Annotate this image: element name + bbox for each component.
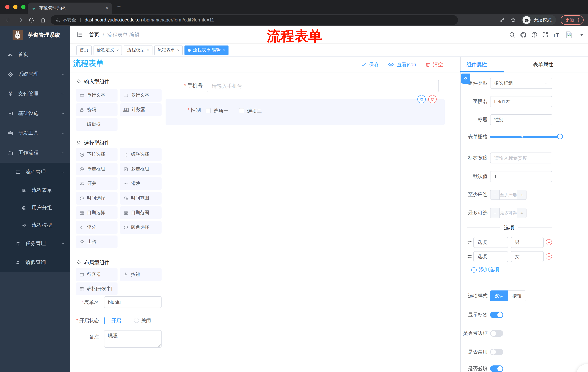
option-value-input[interactable]: [511, 237, 544, 248]
palette-item-row-container[interactable]: 行容器: [76, 268, 117, 281]
view-json-button[interactable]: 查看json: [388, 61, 416, 68]
update-button[interactable]: 更新: [561, 15, 584, 25]
palette-item-password[interactable]: 密码: [76, 103, 117, 116]
avatar[interactable]: [563, 29, 575, 41]
tag-process-form[interactable]: 流程表单×: [154, 45, 183, 55]
resize-handle-icon[interactable]: [158, 344, 161, 347]
form-grid-slider[interactable]: [490, 136, 560, 138]
forward-icon[interactable]: [17, 17, 23, 23]
password-key-icon[interactable]: [499, 17, 505, 23]
github-icon[interactable]: [520, 31, 527, 38]
status-off-radio[interactable]: [134, 318, 139, 323]
tab-component-props[interactable]: 组件属性: [462, 57, 491, 73]
window-zoom-button[interactable]: [21, 5, 25, 9]
palette-item-checkbox-group[interactable]: 多选框组: [120, 163, 162, 175]
sidebar-item-process-form[interactable]: 流程表单: [0, 182, 70, 199]
palette-item-color-picker[interactable]: 颜色选择: [120, 221, 162, 234]
tag-close-icon[interactable]: ×: [177, 48, 179, 52]
label-width-input[interactable]: [490, 152, 552, 163]
form-name-input[interactable]: [104, 296, 162, 308]
browser-tab[interactable]: 芋道管理系统 ×: [28, 2, 112, 14]
help-icon[interactable]: [531, 31, 538, 38]
phone-input[interactable]: [207, 80, 439, 92]
form-remark-textarea[interactable]: 嘿嘿: [104, 330, 162, 348]
tab-close-icon[interactable]: ×: [106, 5, 108, 11]
tag-close-icon[interactable]: ×: [147, 48, 149, 52]
sidebar-item-process-model[interactable]: 流程模型: [0, 217, 70, 234]
save-button[interactable]: 保存: [361, 61, 379, 68]
clear-button[interactable]: 清空: [425, 61, 443, 68]
field-name-input[interactable]: [490, 96, 552, 107]
palette-item-time-range[interactable]: 时间范围: [120, 192, 162, 205]
disabled-switch[interactable]: [490, 349, 503, 355]
palette-item-select[interactable]: 下拉选择: [76, 148, 117, 161]
palette-item-radio-group[interactable]: 单选框组: [76, 163, 117, 175]
gender-option1-label[interactable]: 选项一: [214, 108, 228, 114]
new-tab-button[interactable]: +: [117, 3, 121, 11]
minus-button[interactable]: −: [491, 190, 499, 200]
palette-item-rate[interactable]: 评分: [76, 221, 117, 234]
sidebar-item-task-mgmt[interactable]: 任务管理: [0, 234, 70, 253]
remove-option-icon[interactable]: −: [546, 253, 552, 260]
style-default-button[interactable]: 默认: [490, 290, 508, 301]
option-label-input[interactable]: [473, 237, 508, 248]
tag-close-icon[interactable]: ×: [116, 48, 119, 52]
palette-item-slider[interactable]: 滑块: [120, 177, 162, 190]
font-size-icon[interactable]: ᴛT: [553, 32, 559, 38]
palette-item-date-range[interactable]: 日期范围: [120, 206, 162, 219]
default-value-input[interactable]: [490, 171, 552, 182]
hamburger-icon[interactable]: [76, 31, 83, 38]
border-switch[interactable]: [490, 330, 503, 337]
palette-item-upload[interactable]: 上传: [76, 235, 117, 248]
required-switch[interactable]: [490, 365, 503, 372]
selected-component-checkbox-group[interactable]: *性别 选项一 选项二: [166, 99, 445, 125]
home-icon[interactable]: [40, 17, 46, 23]
palette-item-editor[interactable]: 编辑器: [76, 118, 117, 131]
gender-option2-checkbox[interactable]: [239, 108, 244, 113]
sidebar-item-devtools[interactable]: 研发工具: [0, 123, 70, 143]
tag-process-model[interactable]: 流程模型×: [124, 45, 152, 55]
address-bar[interactable]: 不安全 | dashboard.yudao.iocoder.cn/bpm/man…: [51, 15, 458, 25]
title-input[interactable]: [490, 114, 552, 125]
gender-option1-checkbox[interactable]: [206, 108, 211, 113]
palette-item-time-picker[interactable]: 时间选择: [76, 192, 117, 205]
palette-item-cascader[interactable]: 级联选择: [120, 148, 162, 161]
delete-component-button[interactable]: [428, 95, 437, 103]
sidebar-item-home[interactable]: 首页: [0, 45, 70, 64]
sidebar-item-system[interactable]: 系统管理: [0, 64, 70, 84]
back-icon[interactable]: [5, 17, 12, 23]
link-edge-tab[interactable]: [461, 74, 470, 84]
palette-item-button[interactable]: 按钮: [120, 268, 162, 281]
tab-form-props[interactable]: 表单属性: [529, 57, 558, 73]
drag-handle-icon[interactable]: [467, 254, 472, 259]
slider-handle[interactable]: [557, 134, 563, 139]
window-close-button[interactable]: [5, 5, 10, 9]
window-minimize-button[interactable]: [13, 5, 18, 9]
palette-item-table[interactable]: 表格[开发中]: [76, 282, 117, 295]
remove-option-icon[interactable]: −: [546, 239, 552, 245]
add-option-button[interactable]: + 添加选项: [471, 266, 499, 273]
palette-item-multi-text[interactable]: 多行文本: [120, 89, 162, 102]
max-select-input[interactable]: [499, 208, 517, 218]
plus-button[interactable]: +: [517, 190, 526, 200]
status-on-label[interactable]: 开启: [111, 317, 121, 324]
sidebar-item-infra[interactable]: 基础设施: [0, 104, 70, 123]
tag-process-definition[interactable]: 流程定义×: [94, 45, 122, 55]
min-select-input[interactable]: [499, 190, 517, 200]
tag-close-icon[interactable]: ×: [223, 48, 225, 52]
sidebar-item-workflow[interactable]: 工作流程: [0, 143, 70, 163]
drag-handle-icon[interactable]: [467, 240, 472, 245]
status-on-radio[interactable]: [104, 317, 105, 324]
component-type-select[interactable]: 多选框组: [490, 78, 552, 89]
style-button-button[interactable]: 按钮: [508, 290, 526, 301]
tag-home[interactable]: 首页: [76, 45, 92, 55]
option-label-input[interactable]: [473, 251, 508, 262]
palette-item-counter[interactable]: 123计数器: [120, 103, 162, 116]
avatar-caret-icon[interactable]: [580, 34, 584, 36]
sidebar-item-leave-query[interactable]: 请假查询: [0, 253, 70, 272]
bookmark-star-icon[interactable]: [510, 17, 516, 23]
browser-menu-icon[interactable]: [578, 18, 579, 22]
search-icon[interactable]: [509, 31, 516, 38]
sidebar-item-user-groups[interactable]: 用户分组: [0, 199, 70, 217]
status-off-label[interactable]: 关闭: [141, 317, 151, 324]
